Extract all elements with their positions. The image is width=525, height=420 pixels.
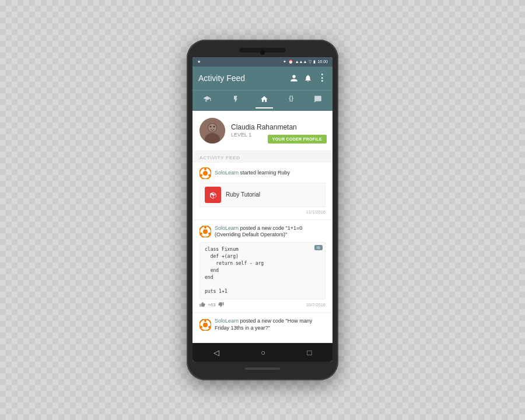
tab-lightning[interactable] [227, 93, 244, 108]
feed-author-2: SoloLearn [215, 225, 239, 231]
section-label: ACTIVITY FEED [192, 152, 332, 163]
phone-bottom-bar [245, 368, 280, 370]
avatar [200, 118, 225, 144]
code-snippet: class Fixnum def +(arg) return self - ar… [205, 246, 320, 295]
feed-item-ruby: SoloLearn started learning Ruby Ruby Tut… [192, 163, 332, 219]
svg-point-14 [208, 233, 211, 235]
status-bar: ★ ✦ ⏰ ▲▲▲ ▽ ▮ 16:00 [192, 57, 332, 66]
profile-name: Claudia Rahanmetan [231, 123, 326, 131]
svg-point-19 [208, 326, 211, 328]
tab-code[interactable]: {} [284, 93, 298, 108]
recent-button[interactable]: □ [307, 348, 312, 357]
signal-icon: ▲▲▲ [295, 60, 307, 64]
svg-point-20 [200, 326, 202, 328]
feed-item-header-2: SoloLearn posted a new code "1+1=0 (Over… [200, 225, 326, 239]
bluetooth-icon: ✦ [283, 60, 286, 64]
svg-point-9 [208, 174, 211, 176]
svg-point-4 [210, 125, 212, 127]
feed-item-code: SoloLearn posted a new code "1+1=0 (Over… [192, 220, 332, 312]
feed-author-3: SoloLearn [215, 318, 239, 324]
content-area: Claudia Rahanmetan LEVEL 1 YOUR CODER PR… [192, 111, 332, 344]
feed-item-header-3: SoloLearn posted a new code "How many Fr… [200, 318, 326, 331]
phone-screen: ★ ✦ ⏰ ▲▲▲ ▽ ▮ 16:00 Activity Feed [192, 57, 332, 362]
thumbup-icon[interactable] [200, 302, 205, 307]
battery-icon: ▮ [313, 60, 316, 64]
tab-courses[interactable] [198, 93, 216, 108]
wifi-icon: ▽ [309, 60, 312, 64]
bell-icon[interactable] [303, 74, 313, 83]
app-bar-actions: ⋮ [289, 74, 327, 83]
back-button[interactable]: ◁ [214, 348, 219, 357]
profile-card: Claudia Rahanmetan LEVEL 1 YOUR CODER PR… [192, 111, 332, 150]
like-count: +63 [208, 302, 216, 307]
tab-discuss[interactable] [309, 93, 327, 108]
alarm-icon: ⏰ [288, 60, 293, 64]
feed-item-text: SoloLearn started learning Ruby [215, 170, 290, 177]
sololearn-logo [200, 167, 211, 179]
feed-date-2: 10/7/2016 [306, 302, 326, 307]
lang-badge: rb [314, 245, 323, 250]
nav-tabs: {} [192, 90, 332, 111]
tab-home[interactable] [256, 93, 273, 108]
sololearn-logo-2 [200, 226, 211, 237]
phone-camera [260, 50, 265, 55]
bottom-nav: ◁ ○ □ [192, 343, 332, 362]
feed-item-text-2: SoloLearn posted a new code "1+1=0 (Over… [215, 225, 326, 239]
svg-point-7 [203, 171, 208, 176]
code-card: rb class Fixnum def +(arg) return self -… [200, 242, 326, 299]
tutorial-card[interactable]: Ruby Tutorial [200, 183, 326, 207]
feed-item-text-3: SoloLearn posted a new code "How many Fr… [215, 318, 326, 331]
time-display: 16:00 [317, 60, 328, 64]
svg-point-13 [204, 226, 206, 229]
phone-shell: ★ ✦ ⏰ ▲▲▲ ▽ ▮ 16:00 Activity Feed [187, 40, 338, 381]
ruby-icon [205, 187, 221, 203]
tutorial-title: Ruby Tutorial [226, 191, 260, 198]
svg-point-8 [204, 168, 206, 170]
feed-item-header: SoloLearn started learning Ruby [200, 167, 326, 179]
status-bar-left: ★ [197, 60, 201, 64]
app-bar: Activity Feed ⋮ [192, 66, 332, 90]
person-icon[interactable] [289, 74, 299, 83]
like-section: +63 [200, 302, 224, 307]
feed-item-friday: SoloLearn posted a new code "How many Fr… [192, 313, 332, 342]
home-button[interactable]: ○ [261, 348, 265, 357]
app-bar-title: Activity Feed [198, 74, 245, 83]
svg-point-10 [200, 174, 202, 176]
feed-action: started learning Ruby [240, 170, 290, 176]
feed-actions: +63 10/7/2016 [200, 302, 326, 307]
svg-point-18 [204, 320, 206, 322]
svg-point-17 [203, 323, 208, 327]
status-bar-right: ✦ ⏰ ▲▲▲ ▽ ▮ 16:00 [283, 60, 328, 64]
svg-point-5 [214, 125, 215, 127]
more-icon[interactable]: ⋮ [317, 74, 327, 83]
sololearn-logo-3 [200, 319, 211, 331]
feed-date-1: 11/1/2016 [200, 209, 326, 215]
coder-profile-button[interactable]: YOUR CODER PROFILE [268, 135, 327, 144]
feed-author: SoloLearn [215, 170, 239, 176]
svg-point-15 [200, 233, 202, 235]
svg-point-12 [203, 229, 208, 234]
thumbdown-icon[interactable] [218, 302, 224, 307]
